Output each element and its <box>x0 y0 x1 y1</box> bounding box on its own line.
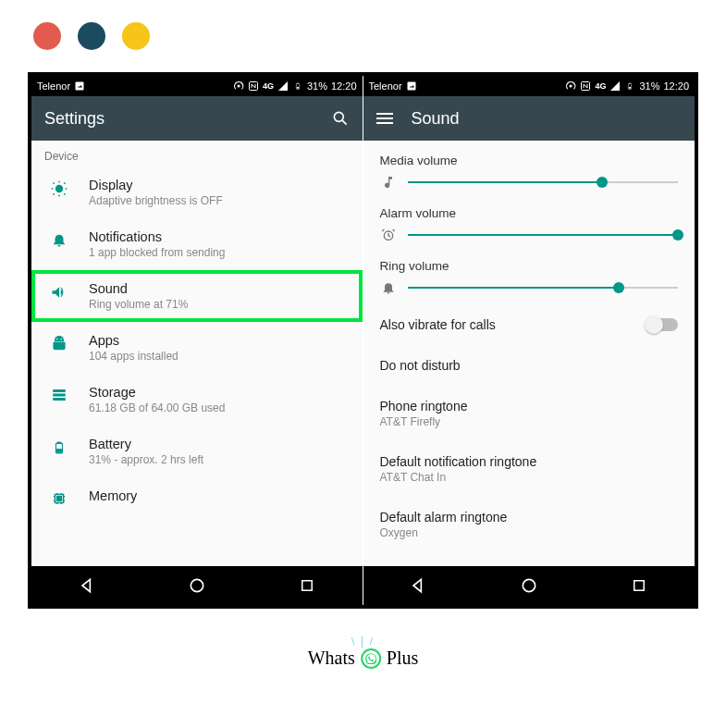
media-volume-block: Media volume <box>363 146 695 199</box>
bell-icon <box>380 280 397 295</box>
item-title: Notifications <box>89 229 225 244</box>
svg-point-6 <box>334 112 343 121</box>
logo-rays-icon: \ | / <box>351 635 375 648</box>
back-button[interactable] <box>77 575 97 596</box>
item-sub: 61.18 GB of 64.00 GB used <box>89 401 225 414</box>
android-navbar <box>363 566 695 605</box>
slider-thumb[interactable] <box>672 229 683 241</box>
settings-item-battery[interactable]: Battery 31% - approx. 2 hrs left <box>31 426 363 477</box>
carrier-label: Telenor <box>369 80 402 92</box>
battery-icon <box>292 80 303 92</box>
svg-rect-4 <box>297 87 299 89</box>
item-sub: Adaptive brightness is OFF <box>89 194 223 207</box>
appbar-sound: Sound <box>363 96 695 141</box>
slider-thumb[interactable] <box>613 282 624 293</box>
item-sub: Ring volume at 71% <box>89 298 188 311</box>
data-icon: 4G <box>595 80 606 92</box>
toggle-thumb <box>645 315 663 334</box>
appbar-settings: Settings <box>31 96 363 141</box>
svg-point-22 <box>570 85 572 88</box>
picture-icon <box>406 80 417 92</box>
brand-left: Whats <box>308 648 355 669</box>
settings-item-apps[interactable]: Apps 104 apps installed <box>31 322 363 374</box>
svg-point-8 <box>55 185 63 192</box>
svg-rect-13 <box>53 398 66 401</box>
home-button[interactable] <box>187 575 207 596</box>
sound-settings: Media volume Alarm volume <box>363 141 695 566</box>
slider-label: Alarm volume <box>380 206 679 220</box>
slider-fill <box>408 287 619 289</box>
whatsapp-icon <box>361 648 381 669</box>
svg-point-1 <box>237 85 240 88</box>
slider-label: Ring volume <box>380 259 679 273</box>
notification-ringtone[interactable]: Default notification ringtone AT&T Chat … <box>363 441 695 497</box>
item-title: Phone ringtone <box>380 399 679 413</box>
item-title: Storage <box>89 385 225 400</box>
decorative-dots <box>0 0 726 50</box>
vibrate-toggle[interactable] <box>646 318 678 331</box>
item-title: Also vibrate for calls <box>380 317 647 332</box>
slider-label: Media volume <box>380 154 679 167</box>
nfc-icon <box>580 80 591 92</box>
brand-right: Plus <box>387 648 418 669</box>
item-title: Display <box>89 178 223 192</box>
item-sub: 104 apps installed <box>89 350 178 363</box>
dot-blue <box>78 22 105 50</box>
page-title: Settings <box>44 109 105 129</box>
item-sub: 1 app blocked from sending <box>89 246 225 259</box>
svg-rect-16 <box>57 450 62 452</box>
media-volume-slider[interactable] <box>408 181 679 183</box>
phone-sound: Telenor 4G 31% 12:20 Sound Media volume <box>363 76 695 605</box>
hotspot-icon <box>565 80 576 92</box>
item-title: Apps <box>89 333 178 348</box>
settings-item-display[interactable]: Display Adaptive brightness is OFF <box>31 167 363 218</box>
item-sub: Oxygen <box>380 526 679 539</box>
alarm-ringtone[interactable]: Default alarm ringtone Oxygen <box>363 497 695 541</box>
item-title: Default notification ringtone <box>380 454 679 469</box>
carrier-label: Telenor <box>37 80 70 92</box>
dot-yellow <box>122 22 150 50</box>
do-not-disturb[interactable]: Do not disturb <box>363 345 695 386</box>
alarm-volume-slider[interactable] <box>408 234 679 236</box>
item-title: Do not disturb <box>380 358 679 373</box>
settings-item-sound[interactable]: Sound Ring volume at 71% <box>31 270 363 322</box>
phone-ringtone[interactable]: Phone ringtone AT&T Firefly <box>363 386 695 441</box>
search-icon[interactable] <box>331 109 350 128</box>
settings-item-notifications[interactable]: Notifications 1 app blocked from sending <box>31 218 363 270</box>
svg-point-28 <box>523 579 535 591</box>
svg-rect-15 <box>57 442 61 443</box>
brightness-icon <box>48 178 70 198</box>
item-sub: AT&T Chat In <box>380 471 679 484</box>
music-note-icon <box>380 175 397 190</box>
bell-icon <box>48 229 70 248</box>
back-button[interactable] <box>408 575 428 596</box>
picture-icon <box>74 80 85 92</box>
signal-icon <box>609 80 621 92</box>
recents-button[interactable] <box>629 575 649 596</box>
slider-fill <box>408 181 603 183</box>
volume-icon <box>48 281 70 302</box>
android-icon <box>48 333 70 352</box>
svg-rect-5 <box>297 83 298 84</box>
battery-icon <box>624 80 635 92</box>
slider-fill <box>408 234 679 236</box>
battery-icon <box>48 437 70 457</box>
settings-item-storage[interactable]: Storage 61.18 GB of 64.00 GB used <box>31 374 363 426</box>
slider-thumb[interactable] <box>597 177 608 188</box>
ring-volume-slider[interactable] <box>408 287 679 289</box>
dot-red <box>33 22 61 50</box>
vibrate-for-calls[interactable]: Also vibrate for calls <box>363 304 695 345</box>
hamburger-icon[interactable] <box>376 113 393 124</box>
recents-button[interactable] <box>297 575 317 596</box>
hotspot-icon <box>233 80 244 92</box>
settings-list: Device Display Adaptive brightness is OF… <box>31 141 363 566</box>
storage-icon <box>48 385 70 403</box>
brand-logo: \ | / Whats Plus <box>308 648 419 669</box>
battery-percent: 31% <box>307 80 327 92</box>
home-button[interactable] <box>519 575 539 596</box>
svg-rect-20 <box>302 581 313 591</box>
item-title: Memory <box>89 488 137 503</box>
settings-item-memory[interactable]: Memory <box>31 477 363 518</box>
svg-point-19 <box>191 579 203 591</box>
svg-rect-26 <box>630 83 631 84</box>
